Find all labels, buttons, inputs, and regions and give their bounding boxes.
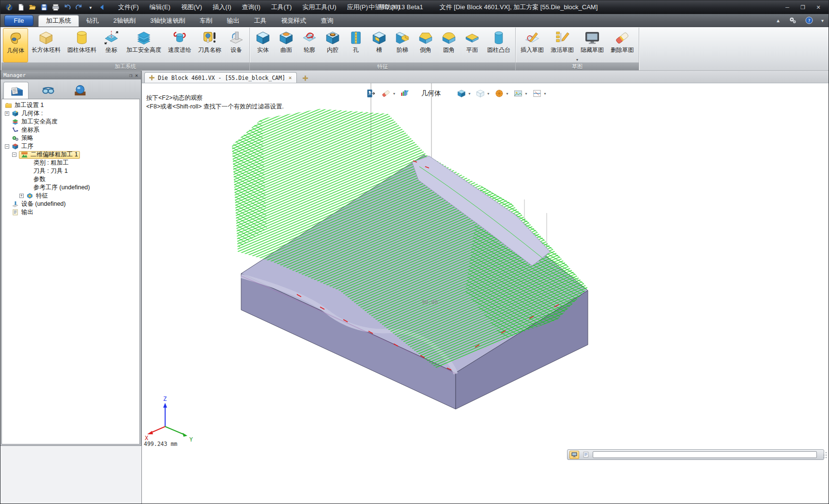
menu-item[interactable]: 查询(I) xyxy=(237,0,266,14)
ribbon-button-slot[interactable]: 槽 xyxy=(368,28,391,62)
background-dropdown-caret[interactable]: ▾ xyxy=(525,92,527,96)
tree-item[interactable]: 刀具 : 刀具 1 xyxy=(2,167,139,175)
wireframe-dropdown-caret[interactable]: ▾ xyxy=(488,92,490,96)
new-tab-icon[interactable] xyxy=(303,76,308,81)
clear-filter-eraser-icon[interactable] xyxy=(381,88,391,99)
ribbon-tab[interactable]: 视觉样式 xyxy=(274,15,313,27)
close-button[interactable]: ✕ xyxy=(813,3,824,11)
tree-item[interactable]: +几何体 : xyxy=(2,109,139,118)
ribbon-tab[interactable]: 输出 xyxy=(219,15,246,27)
panel-close-icon[interactable]: ✕ xyxy=(135,73,138,78)
ribbon-tab[interactable]: 钻孔 xyxy=(79,15,106,27)
redo-icon[interactable] xyxy=(73,2,85,13)
command-log-icon[interactable] xyxy=(581,451,591,459)
tree-item[interactable]: −工序 xyxy=(2,142,139,151)
viewport-3d[interactable]: 90.00 Z X Y 499.243 mm xyxy=(142,83,829,504)
help-icon[interactable]: ? xyxy=(805,16,814,25)
ribbon-button-toolname[interactable]: 刀具名称 xyxy=(195,28,225,62)
ribbon-button-boss[interactable]: 圆柱凸台 xyxy=(484,28,514,62)
menu-item[interactable]: 应用(P) xyxy=(342,0,373,14)
ribbon-button-cylyellow[interactable]: 圆柱体坯料 xyxy=(64,28,100,62)
ribbon-button-fillet[interactable]: 圆角 xyxy=(437,28,461,62)
new-file-icon[interactable] xyxy=(15,2,27,13)
help-dropdown-icon[interactable]: ▾ xyxy=(821,18,824,23)
shaded-mode-icon[interactable] xyxy=(456,88,467,99)
tree-expander-plus[interactable]: + xyxy=(5,111,9,116)
filter-label[interactable]: 几何体 xyxy=(421,89,441,98)
ribbon-tab[interactable]: 2轴铣削 xyxy=(106,15,143,27)
output-panel-toggle-icon[interactable] xyxy=(569,451,579,459)
ribbon-button-solid[interactable]: 实体 xyxy=(251,28,275,62)
ribbon-button-skactivate[interactable]: 激活草图 xyxy=(547,28,577,62)
shaded-dropdown-caret[interactable]: ▾ xyxy=(469,92,471,96)
section-view-icon[interactable] xyxy=(532,88,542,99)
ribbon-button-plane[interactable]: 平面 xyxy=(461,28,484,62)
document-tab[interactable]: Die Block 4601.VX - [55.Die_block_CAM] ✕ xyxy=(144,72,297,83)
tree-item[interactable]: 坐标系 xyxy=(2,126,139,134)
menu-item[interactable]: 视图(V) xyxy=(176,0,207,14)
maximize-button[interactable]: ❐ xyxy=(798,3,808,11)
minimize-button[interactable]: ─ xyxy=(782,3,793,11)
tree-item[interactable]: −二维偏移粗加工 1 xyxy=(2,151,139,159)
ribbon-button-skdelete[interactable]: 删除草图 xyxy=(607,28,637,62)
menu-item[interactable]: 帮助(H) xyxy=(373,0,405,14)
ribbon-button-layers[interactable]: 加工安全高度 xyxy=(123,28,165,62)
ribbon-tab[interactable]: 工具 xyxy=(246,15,274,27)
command-input-field[interactable] xyxy=(593,451,817,458)
ribbon-button-chamfer[interactable]: 倒角 xyxy=(414,28,437,62)
ribbon-button-contour[interactable]: 轮廓 xyxy=(298,28,321,62)
ribbon-tab[interactable]: 3轴快速铣削 xyxy=(143,15,192,27)
resize-grip[interactable] xyxy=(822,451,828,459)
tree-expander-minus[interactable]: − xyxy=(12,153,16,157)
collapse-ribbon-icon[interactable]: ▲ xyxy=(776,18,781,23)
manager-tab-cam-tree[interactable] xyxy=(3,82,29,99)
background-image-icon[interactable] xyxy=(513,88,523,99)
manager-header[interactable]: Manager ❐ ✕ xyxy=(0,71,141,79)
tree-expander-plus[interactable]: + xyxy=(19,194,24,198)
tree-item[interactable]: 设备 (undefined) xyxy=(2,200,139,208)
settings-gear-icon[interactable] xyxy=(788,16,797,25)
save-icon[interactable] xyxy=(38,2,50,13)
menu-item[interactable]: 工具(T) xyxy=(266,0,297,14)
tree-expander-minus[interactable]: − xyxy=(5,144,9,149)
tree-item[interactable]: 加工设置 1 xyxy=(2,101,139,109)
quickbar-dropdown-icon[interactable]: ▾ xyxy=(85,2,96,13)
ribbon-button-geom[interactable]: 几何体 xyxy=(3,28,28,62)
ribbon-button-surface[interactable]: 曲面 xyxy=(275,28,298,62)
tab-close-icon[interactable]: ✕ xyxy=(289,75,292,81)
ribbon-button-speed[interactable]: 速度进给 xyxy=(165,28,195,62)
filter-list-icon[interactable] xyxy=(399,88,410,99)
ribbon-button-device[interactable]: 设备 xyxy=(225,28,248,62)
wireframe-mode-icon[interactable] xyxy=(475,88,486,99)
render-dropdown-caret[interactable]: ▾ xyxy=(507,92,508,96)
ribbon-button-skhide[interactable]: 隐藏草图 xyxy=(577,28,607,62)
file-menu-button[interactable]: File xyxy=(4,15,33,26)
manager-tab-render[interactable] xyxy=(67,82,92,99)
ribbon-button-frame[interactable]: 坐标 xyxy=(100,28,123,62)
menu-item[interactable]: 编辑(E) xyxy=(144,0,176,14)
manager-tab-visibility[interactable] xyxy=(35,82,61,99)
menu-item[interactable]: 插入(I) xyxy=(207,0,236,14)
menu-item[interactable]: 文件(F) xyxy=(113,0,144,14)
ribbon-button-cavity[interactable]: 内腔 xyxy=(321,28,344,62)
open-file-icon[interactable] xyxy=(27,2,38,13)
ribbon-button-skinsert[interactable]: 插入草图 xyxy=(517,28,547,62)
group-more-caret[interactable]: ▾ xyxy=(576,58,578,62)
tree-item[interactable]: 参数 xyxy=(2,175,139,183)
tree-item[interactable]: 类别 : 粗加工 xyxy=(2,159,139,167)
ribbon-button-step[interactable]: 阶梯 xyxy=(391,28,414,62)
ribbon-button-stockbox[interactable]: 长方体坯料 xyxy=(28,28,64,62)
ribbon-tab[interactable]: 查询 xyxy=(313,15,340,27)
menu-item[interactable]: 实用工具(U) xyxy=(297,0,341,14)
tree-item[interactable]: +特征 xyxy=(2,192,139,200)
eraser-dropdown-caret[interactable]: ▾ xyxy=(393,92,395,96)
exit-pick-icon[interactable] xyxy=(366,88,376,99)
tree-item[interactable]: 策略 xyxy=(2,134,139,142)
ribbon-button-hole[interactable]: 孔 xyxy=(344,28,368,62)
back-view-icon[interactable] xyxy=(96,2,108,13)
tree-item[interactable]: 加工安全高度 xyxy=(2,118,139,126)
render-sphere-icon[interactable] xyxy=(494,88,505,99)
tree-item[interactable]: 参考工序 (undefined) xyxy=(2,183,139,192)
ribbon-tab[interactable]: 加工系统 xyxy=(38,15,79,27)
ribbon-tab[interactable]: 车削 xyxy=(192,15,219,27)
